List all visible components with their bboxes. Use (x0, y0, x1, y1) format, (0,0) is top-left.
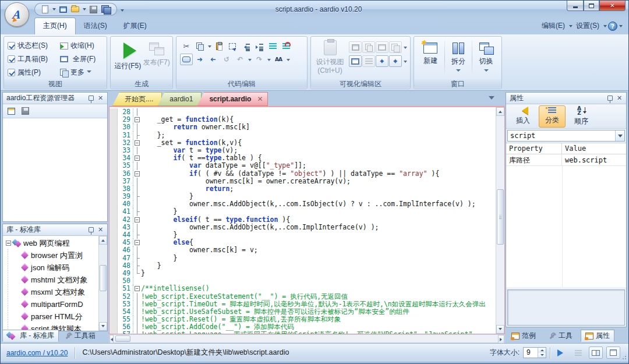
bring-front-button[interactable] (389, 41, 402, 53)
save-all-button[interactable] (100, 4, 111, 15)
save-button[interactable] (88, 4, 98, 15)
code-line[interactable]: 45− else{ (109, 239, 496, 246)
tab-script-aardio[interactable]: script.aardio✕ (197, 92, 268, 106)
design-view-button[interactable]: 设计视图(Ctrl+U) (314, 39, 345, 78)
code-line[interactable]: 38 return; (109, 185, 496, 193)
switch-button[interactable]: 切换 (473, 39, 499, 78)
insert-button[interactable]: 插入 (510, 105, 536, 128)
gear-window-button[interactable] (349, 41, 362, 53)
tree-item[interactable]: mshtml 文档对象 (4, 274, 98, 286)
scroll-thumb[interactable] (497, 189, 504, 245)
copy-button[interactable] (193, 40, 206, 52)
code-line[interactable]: 33 var t = type(v); (109, 147, 496, 154)
settings-menu-dropdown[interactable] (603, 21, 607, 31)
code-line[interactable]: 29− _get = function(k){ (109, 116, 496, 123)
step-back-button[interactable]: ➜ (207, 54, 220, 65)
copy-dropdown[interactable] (207, 40, 212, 52)
round-rect-button[interactable] (180, 54, 193, 65)
code-line[interactable]: 42− elseif( t == type.function ){ (109, 216, 496, 224)
edit-menu-dropdown[interactable] (568, 21, 573, 31)
code-editor[interactable]: 2829− _get = function(k){30 return owner… (109, 107, 505, 334)
new-file-button[interactable] (40, 4, 50, 15)
plain-window-button[interactable] (376, 41, 388, 53)
tab-syntax[interactable]: 语法(S) (76, 18, 115, 34)
aardio-website-link[interactable]: aardio.com / v10.20 (6, 349, 68, 357)
more-button[interactable]: 更多 (59, 67, 108, 78)
code-line[interactable]: 47 } (109, 255, 496, 262)
object-selector[interactable]: script (507, 130, 625, 142)
title-bar[interactable]: A script.aardio - aardio v10.20 ✕ (1, 1, 628, 18)
code-line[interactable]: 43 owner.msc.AddObject(k,..com.ImplInter… (109, 224, 496, 231)
tab-toolbox[interactable]: 工具箱 (60, 330, 100, 342)
help-dropdown[interactable] (619, 21, 623, 31)
find-dropdown[interactable] (285, 54, 291, 65)
tree-item[interactable]: msxml 文档对象 (4, 286, 98, 298)
preview-window-button[interactable] (58, 4, 68, 15)
code-line[interactable]: 48 } (109, 262, 496, 270)
scroll-down-icon[interactable] (496, 325, 504, 334)
spin-down-icon[interactable] (538, 353, 546, 358)
code-line[interactable]: 34− if( t ==type.table ) { (109, 154, 496, 162)
spin-up-icon[interactable] (538, 348, 546, 353)
lasso-button[interactable]: ↺ (220, 54, 233, 65)
tree-item[interactable]: json 编解码 (4, 261, 98, 274)
docs-button[interactable] (589, 347, 603, 359)
font-size-stepper[interactable]: 9 (523, 347, 546, 358)
tab-list-dropdown[interactable] (489, 96, 494, 103)
image-window-button[interactable] (362, 41, 375, 53)
code-line[interactable]: 35 var dataType = v@[["_type"]]; (109, 162, 496, 169)
code-line[interactable]: 52!web_script.ExecuteStatement("__") = 执… (109, 293, 496, 301)
properties-checkbox[interactable]: 属性(P) (8, 68, 59, 77)
visual-row2-dropdown[interactable] (402, 55, 408, 67)
qat-customize-dropdown[interactable] (120, 5, 124, 16)
code-line[interactable]: 36− if( ( #v && (dataType != "object") )… (109, 170, 496, 178)
scroll-thumb[interactable] (115, 335, 130, 342)
tab-home[interactable]: 主页(H) (34, 17, 76, 34)
outline-button[interactable] (571, 347, 585, 359)
pin-button[interactable]: ⌖ (376, 55, 388, 67)
code-line[interactable]: 46 owner.msc[k] = v; (109, 246, 496, 254)
scroll-left-icon[interactable] (109, 335, 114, 344)
cut-button[interactable]: ✂ (180, 40, 193, 52)
list-button[interactable] (606, 347, 620, 359)
edit-menu[interactable]: 编辑(E) (539, 20, 567, 32)
code-line[interactable]: 28 (109, 108, 496, 116)
code-line[interactable]: 32− _set = function(k,v){ (109, 139, 496, 147)
code-line[interactable]: 44 } (109, 231, 496, 239)
code-line[interactable]: 56!web_script.AddCode("__") = 添加脚本代码 (109, 323, 496, 331)
code-line[interactable]: 39 } (109, 193, 496, 200)
property-grid-empty[interactable] (506, 166, 626, 287)
scroll-up-icon[interactable] (496, 107, 504, 116)
code-line[interactable]: 31 }; (109, 132, 496, 139)
pin-icon[interactable] (87, 94, 96, 103)
restore-button[interactable] (584, 1, 599, 11)
tab-examples[interactable]: 范例 (507, 330, 540, 342)
tab-properties[interactable]: 属性 (581, 330, 614, 342)
settings-menu[interactable]: 设置(S) (574, 20, 602, 32)
border-window-button[interactable] (349, 55, 362, 67)
tree-item[interactable]: multipartFormD (4, 298, 98, 310)
undo-button[interactable]: ↶ (234, 54, 246, 65)
code-line[interactable]: 37 owner.msc[k] = owner.createArray(v); (109, 178, 496, 185)
unindent-button[interactable] (239, 40, 252, 52)
undo-dropdown[interactable] (247, 54, 252, 65)
format-button[interactable] (280, 40, 292, 52)
scroll-up-icon[interactable] (99, 236, 107, 245)
split-button[interactable]: 拆分 (446, 39, 472, 78)
help-icon[interactable]: ? (608, 22, 617, 31)
new-window-button[interactable]: 新建 (418, 39, 444, 78)
open-file-button[interactable] (70, 4, 80, 15)
code-line[interactable]: 41 } (109, 208, 496, 215)
code-line[interactable]: 53!web_script.TimeOut = 脚本超时时间,以毫秒为单位,默认… (109, 301, 496, 308)
code-line[interactable]: 50 (109, 277, 496, 285)
close-button[interactable]: ✕ (599, 1, 626, 11)
indent-button[interactable] (253, 40, 266, 52)
rect-select-button[interactable] (226, 40, 239, 52)
publish-button[interactable]: 发布(F7) (143, 39, 170, 78)
close-icon[interactable]: ✕ (96, 94, 105, 103)
scroll-thumb[interactable] (100, 265, 107, 291)
chevron-down-icon[interactable] (615, 130, 624, 141)
tab-library[interactable]: 库 - 标准库 (2, 330, 59, 342)
code-line[interactable]: 40 owner.msc.AddObject(k,..com.IsObject(… (109, 200, 496, 208)
tab-tools[interactable]: 工具 (544, 330, 577, 342)
